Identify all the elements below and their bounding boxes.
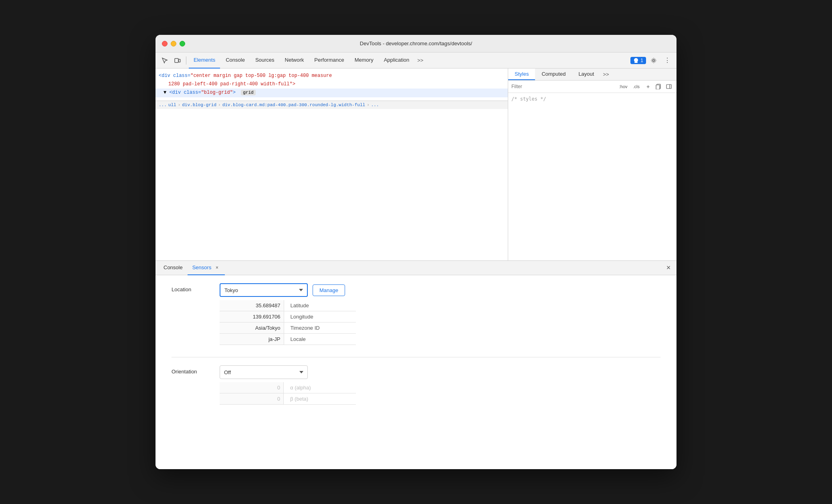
location-section: Location No overrideTokyoLondonMountain … bbox=[172, 283, 660, 345]
svg-rect-0 bbox=[175, 58, 178, 62]
orientation-section: Orientation OffPortrait PrimaryPortrait … bbox=[172, 365, 660, 405]
elements-content: <div class="center margin gap top-500 lg… bbox=[155, 69, 508, 101]
coord-value: 35.689487 bbox=[220, 300, 284, 311]
breadcrumb-ellipsis-1[interactable]: ... bbox=[159, 103, 167, 107]
alpha-value: 0 bbox=[220, 382, 284, 393]
styles-filter-input[interactable] bbox=[511, 84, 615, 89]
coords-row: ja-JP Locale bbox=[220, 334, 356, 345]
manage-button[interactable]: Manage bbox=[313, 284, 345, 296]
styles-tabs: Styles Computed Layout >> bbox=[508, 69, 677, 81]
tab-styles[interactable]: Styles bbox=[508, 69, 535, 80]
coord-label: Longitude bbox=[284, 311, 356, 323]
location-controls: No overrideTokyoLondonMountain ViewMumba… bbox=[220, 283, 345, 297]
location-select[interactable]: No overrideTokyoLondonMountain ViewMumba… bbox=[220, 283, 308, 297]
toggle-sidebar-button[interactable] bbox=[664, 82, 673, 91]
styles-content: /* styles */ bbox=[508, 93, 677, 260]
orientation-fields: 0 α (alpha) 0 β (beta) bbox=[220, 382, 356, 405]
beta-label: β (beta) bbox=[284, 393, 315, 404]
section-divider bbox=[172, 357, 660, 357]
devtools-toolbar: Elements Console Sources Network Perform… bbox=[155, 52, 677, 69]
elements-panel: <div class="center margin gap top-500 lg… bbox=[155, 69, 508, 260]
breadcrumb-bar: ... ull › div.blog-grid › div.blog-card.… bbox=[155, 101, 508, 109]
styles-icons: + bbox=[644, 82, 673, 91]
coords-table: 35.689487 Latitude 139.691706 Longitude … bbox=[220, 300, 356, 345]
drawer-tabs-bar: Console Sensors × × bbox=[155, 261, 677, 275]
orientation-row-header: Orientation OffPortrait PrimaryPortrait … bbox=[172, 365, 660, 379]
close-traffic-light[interactable] bbox=[162, 41, 168, 46]
coord-label: Latitude bbox=[284, 300, 356, 311]
add-style-button[interactable]: + bbox=[644, 82, 652, 91]
location-row: Location No overrideTokyoLondonMountain … bbox=[172, 283, 660, 297]
toolbar-right: 1 ⋮ bbox=[630, 54, 673, 67]
beta-row: 0 β (beta) bbox=[220, 393, 356, 405]
coords-row: Asia/Tokyo Timezone ID bbox=[220, 323, 356, 334]
window-title: DevTools - developer.chrome.com/tags/dev… bbox=[360, 40, 472, 46]
orientation-label: Orientation bbox=[172, 365, 212, 375]
coord-value: 139.691706 bbox=[220, 311, 284, 323]
alpha-label: α (alpha) bbox=[284, 382, 317, 393]
tab-sources[interactable]: Sources bbox=[250, 52, 279, 69]
styles-more-button[interactable]: >> bbox=[600, 69, 611, 80]
maximize-traffic-light[interactable] bbox=[180, 41, 185, 46]
tab-network[interactable]: Network bbox=[280, 52, 309, 69]
styles-panel: Styles Computed Layout >> :hov .cls + bbox=[508, 69, 677, 260]
inspect-element-button[interactable] bbox=[159, 54, 171, 67]
settings-button[interactable] bbox=[648, 54, 660, 67]
svg-rect-3 bbox=[656, 85, 660, 89]
bottom-drawer: Console Sensors × × Location No override… bbox=[155, 261, 677, 469]
copy-style-button[interactable] bbox=[654, 82, 663, 91]
more-options-button[interactable]: ⋮ bbox=[661, 54, 673, 67]
html-line-3[interactable]: ▼ <div class="blog-grid"> grid bbox=[155, 89, 508, 97]
notification-badge[interactable]: 1 bbox=[630, 57, 646, 64]
coords-row: 139.691706 Longitude bbox=[220, 311, 356, 323]
traffic-lights bbox=[162, 41, 185, 46]
hov-button[interactable]: :hov bbox=[618, 83, 629, 90]
device-toggle-button[interactable] bbox=[172, 54, 184, 67]
drawer-tab-sensors[interactable]: Sensors × bbox=[188, 261, 225, 275]
breadcrumb-blog-grid[interactable]: div.blog-grid bbox=[182, 103, 216, 107]
devtools-body: <div class="center margin gap top-500 lg… bbox=[155, 69, 677, 261]
minimize-traffic-light[interactable] bbox=[171, 41, 176, 46]
breadcrumb-blog-card[interactable]: div.blog-card.md:pad-400.pad-300.rounded… bbox=[222, 103, 365, 107]
titlebar: DevTools - developer.chrome.com/tags/dev… bbox=[155, 35, 677, 52]
tab-elements[interactable]: Elements bbox=[189, 52, 220, 69]
devtools-window: DevTools - developer.chrome.com/tags/dev… bbox=[155, 35, 677, 469]
coord-label: Locale bbox=[284, 334, 356, 345]
coord-value: Asia/Tokyo bbox=[220, 323, 284, 334]
breadcrumb-ellipsis-2[interactable]: ... bbox=[371, 103, 379, 107]
beta-value: 0 bbox=[220, 393, 284, 404]
breadcrumb-ull[interactable]: ull bbox=[168, 103, 176, 107]
html-line-2[interactable]: 1280 pad-left-400 pad-right-400 width-fu… bbox=[155, 80, 508, 89]
drawer-tab-console[interactable]: Console bbox=[159, 261, 188, 275]
notification-count: 1 bbox=[640, 58, 643, 63]
coords-row: 35.689487 Latitude bbox=[220, 300, 356, 311]
html-line-1[interactable]: <div class="center margin gap top-500 lg… bbox=[155, 72, 508, 80]
tab-application[interactable]: Application bbox=[379, 52, 414, 69]
sensors-content: Location No overrideTokyoLondonMountain … bbox=[155, 275, 677, 469]
svg-rect-4 bbox=[666, 85, 671, 89]
tab-layout[interactable]: Layout bbox=[572, 69, 600, 80]
tab-memory[interactable]: Memory bbox=[350, 52, 378, 69]
sensors-tab-close[interactable]: × bbox=[214, 264, 220, 271]
drawer-close-button[interactable]: × bbox=[664, 263, 673, 273]
orientation-select[interactable]: OffPortrait PrimaryPortrait SecondaryLan… bbox=[220, 365, 308, 379]
toolbar-separator-1 bbox=[186, 56, 186, 65]
svg-rect-1 bbox=[179, 59, 180, 62]
more-tabs-button[interactable]: >> bbox=[415, 57, 426, 63]
tab-console[interactable]: Console bbox=[221, 52, 250, 69]
location-label: Location bbox=[172, 283, 212, 292]
coord-label: Timezone ID bbox=[284, 323, 356, 334]
coord-value: ja-JP bbox=[220, 334, 284, 345]
tab-computed[interactable]: Computed bbox=[535, 69, 572, 80]
styles-toolbar: :hov .cls + bbox=[508, 81, 677, 93]
tab-performance[interactable]: Performance bbox=[309, 52, 349, 69]
cls-button[interactable]: .cls bbox=[632, 83, 642, 90]
alpha-row: 0 α (alpha) bbox=[220, 382, 356, 393]
